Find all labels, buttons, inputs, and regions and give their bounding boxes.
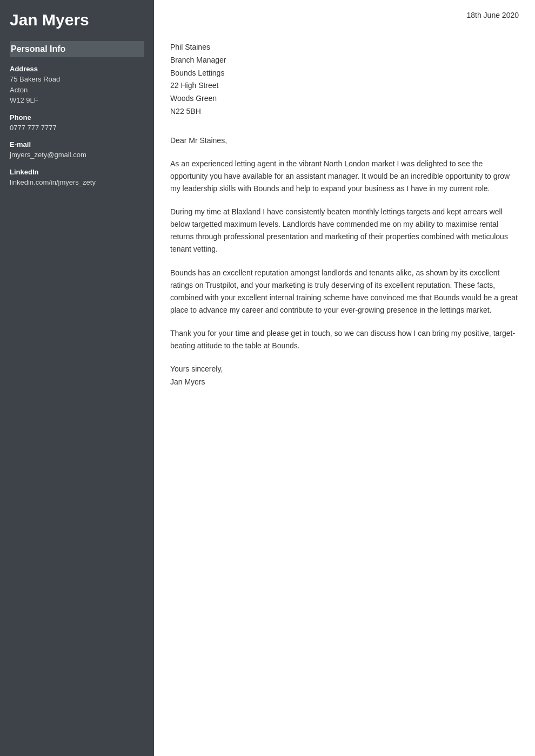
letter-body: Dear Mr Staines, As an experienced letti… bbox=[170, 134, 519, 389]
paragraph-1: As an experienced letting agent in the v… bbox=[170, 158, 519, 195]
recipient-postcode: N22 5BH bbox=[170, 105, 519, 118]
email-label: E-mail bbox=[10, 140, 144, 148]
linkedin-value: linkedin.com/in/jmyers_zety bbox=[10, 177, 144, 188]
closing-phrase: Yours sincerely, bbox=[170, 363, 519, 376]
paragraph-3: Bounds has an excellent reputation among… bbox=[170, 267, 519, 316]
address-line-1: 75 Bakers Road bbox=[10, 74, 144, 85]
linkedin-label: LinkedIn bbox=[10, 168, 144, 176]
linkedin-block: LinkedIn linkedin.com/in/jmyers_zety bbox=[10, 168, 144, 188]
phone-label: Phone bbox=[10, 113, 144, 122]
address-line-3: W12 9LF bbox=[10, 95, 144, 106]
recipient-title: Branch Manager bbox=[170, 54, 519, 67]
recipient-company: Bounds Lettings bbox=[170, 67, 519, 80]
recipient-block: Phil Staines Branch Manager Bounds Letti… bbox=[170, 41, 519, 118]
phone-block: Phone 0777 777 7777 bbox=[10, 113, 144, 133]
closing-block: Yours sincerely, Jan Myers bbox=[170, 363, 519, 389]
phone-value: 0777 777 7777 bbox=[10, 123, 144, 133]
personal-info-heading: Personal Info bbox=[10, 41, 144, 57]
address-line-2: Acton bbox=[10, 85, 144, 96]
signature: Jan Myers bbox=[170, 376, 519, 389]
salutation: Dear Mr Staines, bbox=[170, 134, 519, 147]
letter-date: 18th June 2020 bbox=[170, 11, 519, 19]
sidebar: Jan Myers Personal Info Address 75 Baker… bbox=[0, 0, 154, 756]
recipient-street: 22 High Street bbox=[170, 79, 519, 92]
address-label: Address bbox=[10, 65, 144, 73]
paragraph-2: During my time at Blaxland I have consis… bbox=[170, 206, 519, 255]
applicant-name: Jan Myers bbox=[10, 11, 144, 31]
recipient-city: Woods Green bbox=[170, 92, 519, 105]
letter-content: 18th June 2020 Phil Staines Branch Manag… bbox=[154, 0, 535, 756]
email-block: E-mail jmyers_zety@gmail.com bbox=[10, 140, 144, 160]
email-value: jmyers_zety@gmail.com bbox=[10, 150, 144, 160]
recipient-name: Phil Staines bbox=[170, 41, 519, 54]
address-block: Address 75 Bakers Road Acton W12 9LF bbox=[10, 65, 144, 106]
paragraph-4: Thank you for your time and please get i… bbox=[170, 327, 519, 352]
